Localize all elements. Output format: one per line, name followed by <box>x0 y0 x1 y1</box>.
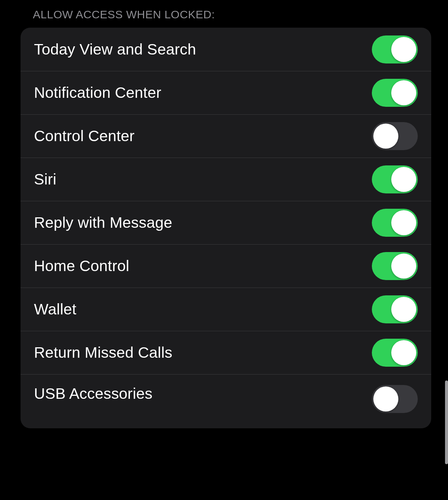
toggle-wallet[interactable] <box>372 295 418 323</box>
section-header-allow-access: ALLOW ACCESS WHEN LOCKED: <box>21 8 431 28</box>
row-label: USB Accessories <box>34 385 152 403</box>
settings-panel: Today View and Search Notification Cente… <box>21 28 431 428</box>
row-label: Today View and Search <box>34 41 196 58</box>
toggle-knob-icon <box>373 124 398 149</box>
toggle-notification-center[interactable] <box>372 79 418 107</box>
row-home-control: Home Control <box>21 244 431 288</box>
toggle-knob-icon <box>391 80 416 105</box>
scroll-indicator[interactable] <box>445 381 448 464</box>
toggle-home-control[interactable] <box>372 252 418 280</box>
row-usb-accessories: USB Accessories <box>21 374 431 428</box>
toggle-knob-icon <box>391 167 416 192</box>
row-wallet: Wallet <box>21 288 431 331</box>
toggle-knob-icon <box>391 254 416 279</box>
row-label: Reply with Message <box>34 214 172 232</box>
toggle-control-center[interactable] <box>372 122 418 150</box>
toggle-return-missed-calls[interactable] <box>372 339 418 367</box>
row-label: Wallet <box>34 301 77 318</box>
row-reply-with-message: Reply with Message <box>21 201 431 244</box>
toggle-knob-icon <box>391 210 416 235</box>
toggle-reply-with-message[interactable] <box>372 209 418 237</box>
toggle-knob-icon <box>373 386 398 412</box>
row-return-missed-calls: Return Missed Calls <box>21 331 431 374</box>
row-siri: Siri <box>21 158 431 201</box>
row-label: Home Control <box>34 257 129 275</box>
row-today-view-and-search: Today View and Search <box>21 28 431 71</box>
row-notification-center: Notification Center <box>21 71 431 114</box>
row-label: Control Center <box>34 127 134 145</box>
toggle-usb-accessories[interactable] <box>372 385 418 413</box>
row-label: Siri <box>34 171 56 188</box>
row-label: Notification Center <box>34 84 161 102</box>
toggle-knob-icon <box>391 340 416 365</box>
row-control-center: Control Center <box>21 114 431 158</box>
toggle-knob-icon <box>391 297 416 322</box>
toggle-knob-icon <box>391 37 416 62</box>
toggle-siri[interactable] <box>372 165 418 193</box>
row-label: Return Missed Calls <box>34 344 172 361</box>
toggle-today-view-and-search[interactable] <box>372 35 418 63</box>
